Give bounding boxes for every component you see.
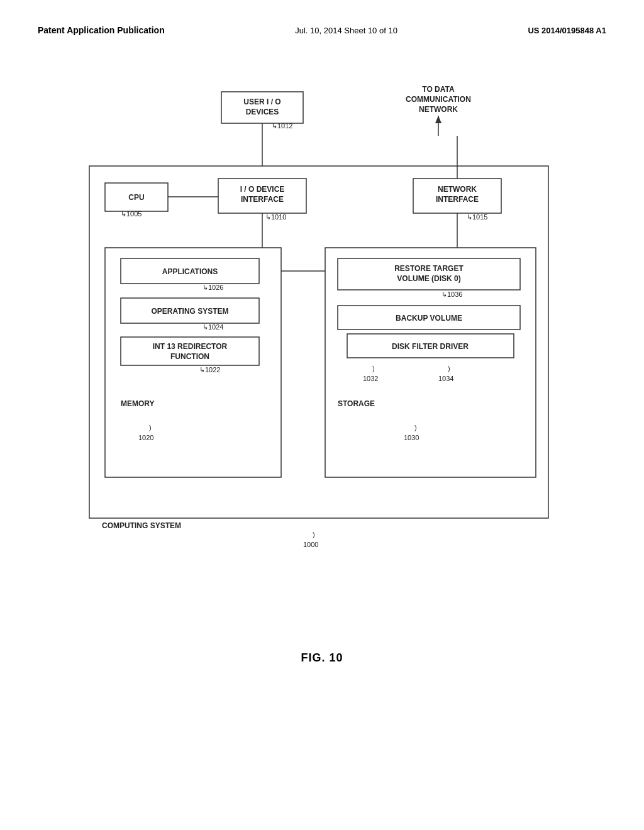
svg-text:↳1015: ↳1015: [467, 213, 487, 221]
header-publication-type: Patent Application Publication: [38, 25, 165, 35]
svg-text:1034: 1034: [438, 375, 453, 382]
header-date-sheet: Jul. 10, 2014 Sheet 10 of 10: [295, 26, 397, 35]
svg-text:↳1036: ↳1036: [441, 290, 462, 298]
svg-text:COMMUNICATION: COMMUNICATION: [406, 95, 471, 104]
svg-text:RESTORE TARGET: RESTORE TARGET: [394, 264, 464, 273]
svg-text:↳1010: ↳1010: [265, 213, 286, 221]
svg-text:): ): [313, 531, 315, 538]
page-header: Patent Application Publication Jul. 10, …: [38, 25, 606, 35]
svg-text:): ): [149, 424, 152, 431]
diagram-svg: .svg-label { font-family: Arial, sans-se…: [64, 73, 580, 626]
svg-text:INTERFACE: INTERFACE: [241, 195, 284, 204]
svg-text:OPERATING SYSTEM: OPERATING SYSTEM: [151, 307, 228, 316]
svg-text:1030: 1030: [404, 434, 419, 441]
svg-text:VOLUME (DISK 0): VOLUME (DISK 0): [397, 274, 460, 283]
svg-text:DISK FILTER DRIVER: DISK FILTER DRIVER: [392, 342, 469, 351]
svg-text:↳1012: ↳1012: [272, 122, 292, 130]
svg-text:1032: 1032: [363, 375, 378, 382]
svg-text:FUNCTION: FUNCTION: [170, 352, 209, 361]
svg-text:APPLICATIONS: APPLICATIONS: [162, 267, 218, 276]
figure-caption: FIG. 10: [38, 651, 606, 665]
page: Patent Application Publication Jul. 10, …: [0, 0, 644, 830]
svg-text:↳1024: ↳1024: [203, 323, 223, 331]
svg-text:CPU: CPU: [128, 193, 144, 202]
header-patent-number: US 2014/0195848 A1: [528, 26, 606, 35]
svg-text:1000: 1000: [303, 541, 318, 548]
svg-marker-4: [435, 116, 441, 123]
svg-text:TO DATA: TO DATA: [422, 85, 455, 94]
diagram-container: .svg-label { font-family: Arial, sans-se…: [38, 73, 606, 626]
svg-text:): ): [372, 365, 375, 372]
svg-text:DEVICES: DEVICES: [246, 108, 279, 116]
svg-text:↳1026: ↳1026: [203, 284, 223, 291]
svg-text:): ): [414, 424, 417, 431]
svg-text:I / O DEVICE: I / O DEVICE: [240, 185, 285, 194]
svg-text:1020: 1020: [138, 434, 153, 441]
svg-text:INT 13 REDIRECTOR: INT 13 REDIRECTOR: [153, 342, 228, 351]
svg-text:USER I / O: USER I / O: [243, 97, 280, 106]
svg-text:↳1022: ↳1022: [199, 366, 220, 374]
svg-rect-36: [121, 337, 259, 365]
svg-text:MEMORY: MEMORY: [121, 399, 155, 408]
svg-text:): ): [448, 365, 450, 372]
svg-text:BACKUP VOLUME: BACKUP VOLUME: [396, 314, 462, 323]
svg-text:NETWORK: NETWORK: [438, 185, 477, 194]
svg-text:INTERFACE: INTERFACE: [436, 195, 479, 204]
svg-text:COMPUTING SYSTEM: COMPUTING SYSTEM: [102, 521, 181, 530]
svg-text:NETWORK: NETWORK: [419, 105, 458, 114]
svg-text:STORAGE: STORAGE: [338, 399, 375, 408]
svg-text:↳1005: ↳1005: [121, 210, 142, 218]
